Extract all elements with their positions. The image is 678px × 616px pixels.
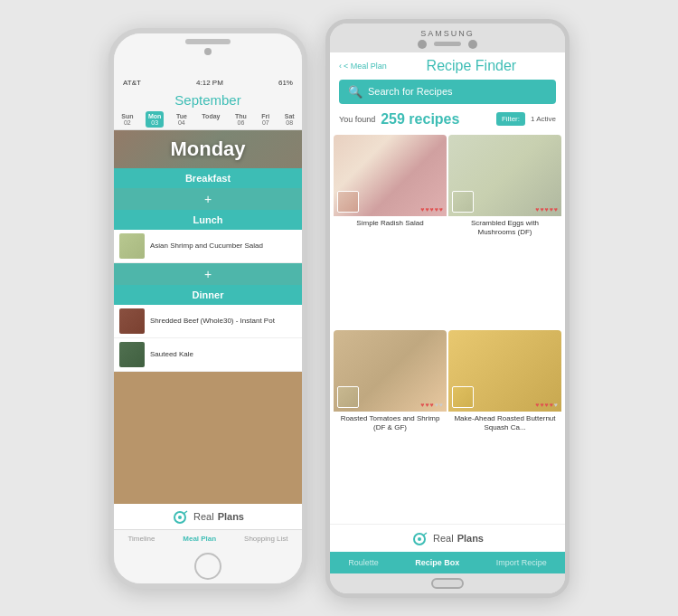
realplans-logo-icon [172, 507, 190, 526]
samsung-tab-recipe-box[interactable]: Recipe Box [415, 558, 459, 567]
iphone-home-area [114, 547, 302, 583]
calendar-row[interactable]: Sun 02 Mon 03 Tue 04 Today Thu 06 [114, 109, 302, 130]
recipe-img-3: ♥ ♥ ♥ ♥ ♥ [334, 330, 447, 412]
heart-2-3: ♥ [545, 206, 549, 213]
back-chevron-icon: ‹ [339, 62, 342, 71]
recipe-mini-2 [452, 191, 474, 213]
calendar-day-sat[interactable]: Sat 08 [282, 111, 297, 128]
calendar-day-tue[interactable]: Tue 04 [174, 111, 190, 128]
samsung-home-area [330, 573, 565, 593]
samsung-home-button[interactable] [431, 578, 464, 589]
back-label: < Meal Plan [344, 62, 387, 71]
recipe-card-2[interactable]: ♥ ♥ ♥ ♥ ♥ Scrambled Eggs with Mushrooms … [448, 135, 561, 328]
filter-row: You found 259 recipes Filter: 1 Active [330, 111, 565, 135]
cal-day-thu-label: Thu [235, 113, 247, 119]
logo-real: Real [193, 511, 214, 522]
cal-day-thu-num: 06 [238, 119, 245, 126]
breakfast-add-button[interactable]: + [114, 188, 302, 210]
filter-label: Filter: [502, 115, 520, 123]
lunch-thumb-1 [119, 233, 145, 259]
recipe-card-3[interactable]: ♥ ♥ ♥ ♥ ♥ Roasted Tomatoes and Shrimp (D… [334, 330, 447, 524]
scene: AT&T 4:12 PM 61% September Sun 02 Mon 03… [90, 1, 588, 616]
dinner-item-2[interactable]: Sauteed Kale [114, 338, 302, 372]
heart-3-1: ♥ [420, 402, 424, 408]
cal-day-sat-label: Sat [285, 113, 295, 119]
calendar-day-mon[interactable]: Mon 03 [146, 111, 164, 128]
carrier-label: AT&T [123, 79, 141, 87]
recipe-name-2: Scrambled Eggs with Mushrooms (DF) [448, 216, 561, 242]
samsung-tab-roulette[interactable]: Roulette [348, 558, 379, 567]
recipe-hearts-3: ♥ ♥ ♥ ♥ ♥ [420, 402, 443, 408]
samsung-tab-import[interactable]: Import Recipe [496, 558, 547, 567]
month-title: September [114, 92, 302, 108]
iphone-status-bar: AT&T 4:12 PM 61% [114, 77, 302, 89]
heart-4-3: ♥ [545, 402, 549, 408]
lunch-section: Lunch Asian Shrimp and Cucumber Salad + [114, 210, 302, 285]
heart-1-4: ♥ [435, 206, 438, 213]
tab-shopping-list[interactable]: Shopping List [244, 535, 287, 543]
back-button[interactable]: ‹ < Meal Plan [339, 62, 387, 71]
heart-1-3: ♥ [430, 206, 434, 213]
calendar-day-thu[interactable]: Thu 06 [232, 111, 250, 128]
heart-1-5: ♥ [439, 206, 443, 213]
iphone-speaker [185, 39, 231, 44]
samsung-logo-bar: RealPlans [330, 524, 565, 552]
meal-scroll: Breakfast + Lunch Asian Shrimp and Cucum… [114, 168, 302, 504]
day-hero: Monday [114, 130, 302, 168]
home-button[interactable] [194, 553, 221, 580]
calendar-day-fri[interactable]: Fri 07 [259, 111, 272, 128]
heart-4-2: ♥ [540, 402, 543, 408]
heart-4-5: ♥ [554, 402, 558, 408]
heart-3-2: ♥ [425, 402, 428, 408]
samsung-tab-bar: Roulette Recipe Box Import Recipe [330, 552, 565, 573]
tab-meal-plan[interactable]: Meal Plan [183, 535, 216, 543]
cal-day-fri-label: Fri [261, 113, 269, 119]
cal-day-sun-label: Sun [121, 113, 133, 119]
heart-4-4: ♥ [550, 402, 553, 408]
dinner-item-1[interactable]: Shredded Beef (Whole30) - Instant Pot [114, 305, 302, 338]
heart-3-4: ♥ [435, 402, 438, 408]
recipe-card-1[interactable]: ♥ ♥ ♥ ♥ ♥ Simple Radish Salad [334, 135, 447, 328]
lunch-item-1[interactable]: Asian Shrimp and Cucumber Salad [114, 230, 302, 263]
recipe-img-2: ♥ ♥ ♥ ♥ ♥ [448, 135, 561, 216]
breakfast-header: Breakfast [114, 168, 302, 188]
recipe-card-4[interactable]: ♥ ♥ ♥ ♥ ♥ Make-Ahead Roasted Butternut S… [448, 330, 561, 524]
iphone-camera [204, 48, 212, 55]
calendar-day-today[interactable]: Today [199, 111, 222, 128]
heart-2-2: ♥ [540, 206, 543, 213]
cal-day-sat-num: 08 [286, 119, 293, 126]
samsung-logo-icon [411, 529, 429, 547]
recipe-hearts-2: ♥ ♥ ♥ ♥ ♥ [535, 206, 558, 213]
dinner-header: Dinner [114, 285, 302, 305]
iphone-logo-bar: RealPlans [114, 504, 302, 529]
tab-timeline[interactable]: Timeline [127, 535, 155, 543]
cal-day-sun-num: 02 [124, 119, 131, 126]
samsung-sensor [468, 40, 477, 49]
day-name: Monday [114, 137, 302, 161]
dinner-item-2-text: Sauteed Kale [150, 350, 193, 358]
heart-2-1: ♥ [535, 206, 539, 213]
found-prefix: You found [339, 115, 375, 124]
lunch-add-button[interactable]: + [114, 263, 302, 285]
samsung-speaker [434, 42, 461, 46]
recipe-name-4: Make-Ahead Roasted Butternut Squash Ca..… [448, 412, 561, 437]
dinner-thumb-2 [119, 342, 145, 367]
svg-point-1 [178, 516, 182, 519]
found-count: 259 recipes [381, 111, 459, 128]
search-placeholder: Search for Recipes [368, 86, 453, 97]
dinner-section: Dinner Shredded Beef (Whole30) - Instant… [114, 285, 302, 372]
samsung-device: SAMSUNG ‹ < Meal Plan Recipe Finder 🔍 Se… [325, 19, 570, 598]
search-icon: 🔍 [348, 85, 363, 99]
search-bar[interactable]: 🔍 Search for Recipes [339, 80, 556, 104]
filter-button[interactable]: Filter: [496, 112, 525, 126]
time-label: 4:12 PM [196, 79, 223, 87]
samsung-logo-real: Real [433, 533, 454, 544]
samsung-logo-plans: Plans [457, 533, 484, 544]
breakfast-section: Breakfast + [114, 168, 302, 210]
heart-3-5: ♥ [439, 402, 443, 408]
heart-1-1: ♥ [420, 206, 424, 213]
calendar-day-sun[interactable]: Sun 02 [118, 111, 136, 128]
svg-line-5 [423, 533, 427, 535]
recipe-name-3: Roasted Tomatoes and Shrimp (DF & GF) [334, 412, 447, 437]
cal-day-fri-num: 07 [262, 119, 269, 126]
